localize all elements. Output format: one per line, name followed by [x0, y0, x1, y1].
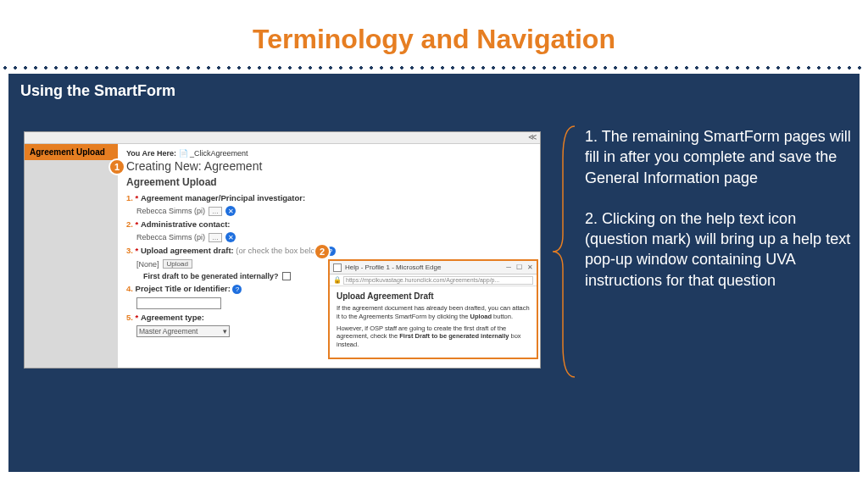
callout-marker-2: 2: [314, 243, 331, 260]
side-nav: Agreement Upload: [25, 144, 118, 160]
agreement-type-select[interactable]: Master Agreement ▾: [136, 325, 230, 337]
dotted-divider: [0, 65, 868, 70]
minimize-icon[interactable]: ─: [506, 263, 511, 271]
question-1: 1. * Agreement manager/Principal investi…: [126, 193, 531, 202]
popup-p1: If the agreement document has already be…: [337, 304, 530, 321]
note-2: 2. Clicking on the help text icon (quest…: [585, 208, 856, 291]
q2-value: Rebecca Simms (pi): [136, 233, 205, 241]
popup-title: Help - Profile 1 - Microsoft Edge: [345, 263, 441, 271]
q2-more-button[interactable]: …: [209, 233, 222, 242]
slide-title: Terminology and Navigation: [0, 0, 868, 65]
remove-icon[interactable]: ✕: [225, 206, 236, 216]
q1-more-button[interactable]: …: [209, 207, 222, 216]
popup-heading: Upload Agreement Draft: [337, 291, 530, 301]
chevron-down-icon: ▾: [223, 327, 227, 336]
annotation-notes: 1. The remaining SmartForm pages will fi…: [585, 126, 856, 311]
popup-p2: However, if OSP staff are going to creat…: [337, 324, 530, 349]
popup-body: Upload Agreement Draft If the agreement …: [330, 286, 537, 358]
nav-tab-agreement-upload[interactable]: Agreement Upload: [25, 144, 118, 160]
q3-none: [None]: [136, 260, 159, 269]
breadcrumb-value: _ClickAgreement: [190, 149, 248, 158]
internal-draft-checkbox[interactable]: [282, 272, 291, 280]
lock-icon: 🔒: [333, 276, 342, 284]
form-title: Creating New: Agreement: [126, 159, 531, 173]
project-title-input[interactable]: [136, 297, 221, 309]
breadcrumb-label: You Are Here:: [126, 149, 176, 158]
maximize-icon[interactable]: ☐: [516, 263, 522, 271]
help-popup: Help - Profile 1 - Microsoft Edge ─ ☐ ✕ …: [328, 259, 538, 359]
screenshot-titlebar: ≪: [25, 132, 540, 144]
section-title: Agreement Upload: [126, 176, 531, 188]
breadcrumb: You Are Here: 📄 _ClickAgreement: [126, 149, 531, 158]
close-icon[interactable]: ✕: [527, 263, 533, 271]
panel-heading: Using the SmartForm: [20, 82, 848, 100]
content-panel: Using the SmartForm ≪ Agreement Upload Y…: [8, 74, 860, 472]
q1-value: Rebecca Simms (pi): [136, 207, 205, 215]
remove-icon[interactable]: ✕: [225, 232, 236, 242]
question-2: 2. * Administrative contact:: [126, 219, 531, 229]
brace-connector: [551, 125, 576, 379]
callout-marker-1: 1: [108, 158, 125, 175]
app-screenshot: ≪ Agreement Upload You Are Here: 📄 _Clic…: [24, 131, 541, 369]
close-icon[interactable]: ≪: [528, 132, 537, 141]
url-field[interactable]: https://mpcikuvastage.huronclick.com/Agr…: [343, 276, 533, 285]
document-icon: [333, 263, 342, 272]
popup-addressbar: 🔒 https://mpcikuvastage.huronclick.com/A…: [330, 274, 537, 286]
window-controls: ─ ☐ ✕: [506, 263, 533, 271]
help-icon[interactable]: ?: [232, 285, 242, 294]
q2-value-row: Rebecca Simms (pi) … ✕: [136, 232, 531, 242]
popup-titlebar: Help - Profile 1 - Microsoft Edge ─ ☐ ✕: [330, 261, 537, 274]
q3-hint: (or check the box below): [236, 246, 324, 255]
q3-cb-label: First draft to be generated internally?: [143, 272, 279, 280]
note-1: 1. The remaining SmartForm pages will fi…: [585, 126, 856, 188]
q1-value-row: Rebecca Simms (pi) … ✕: [136, 206, 531, 216]
upload-button[interactable]: Upload: [163, 259, 192, 269]
